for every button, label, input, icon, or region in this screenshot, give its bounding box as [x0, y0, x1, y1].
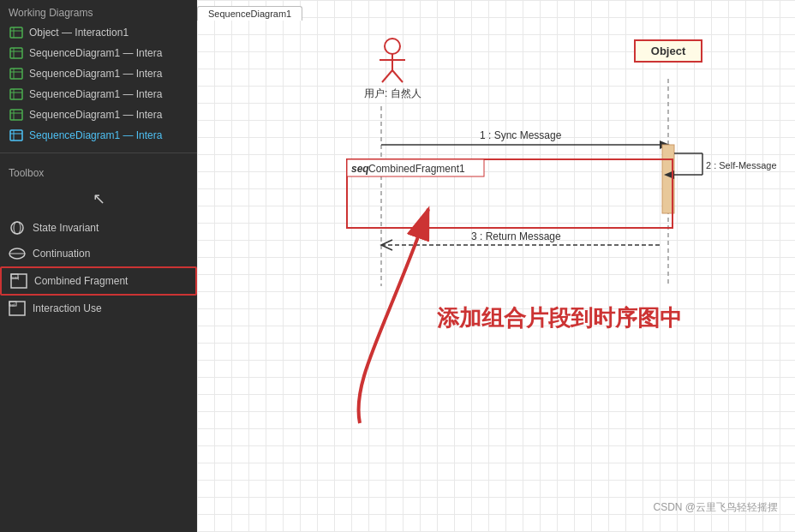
- actor-svg: [375, 38, 409, 85]
- svg-marker-36: [660, 140, 670, 149]
- svg-point-18: [11, 222, 23, 234]
- svg-rect-38: [662, 145, 674, 213]
- tab-bar: SequenceDiagram1: [197, 0, 302, 21]
- cursor-icon: ↖: [93, 189, 105, 208]
- annotation-text: 添加组合片段到时序图中: [437, 303, 682, 333]
- svg-marker-42: [664, 170, 674, 179]
- svg-text:2 : Self-Message: 2 : Self-Message: [706, 160, 777, 170]
- diagram-icon-seq3: [9, 88, 24, 100]
- svg-text:1 : Sync Message: 1 : Sync Message: [480, 129, 562, 141]
- diagram-item-seq3-label: SequenceDiagram1 — Intera: [29, 88, 162, 100]
- diagram-item-seq2-label: SequenceDiagram1 — Intera: [29, 68, 162, 80]
- working-diagrams-title: Working Diagrams: [0, 0, 197, 22]
- diagram-item-seq4-label: SequenceDiagram1 — Intera: [29, 109, 162, 121]
- svg-rect-44: [347, 159, 672, 228]
- svg-rect-15: [10, 130, 22, 140]
- diagram-item-seq2[interactable]: SequenceDiagram1 — Intera: [0, 63, 197, 84]
- actor-person: 用户: 自然人: [364, 38, 421, 101]
- svg-rect-6: [10, 69, 22, 79]
- svg-rect-3: [10, 48, 22, 58]
- combined-fragment-label: Combined Fragment: [34, 275, 128, 287]
- canvas-tab[interactable]: SequenceDiagram1: [197, 6, 302, 21]
- diagram-icon-seq4: [9, 109, 24, 121]
- svg-rect-0: [10, 27, 22, 38]
- diagram-item-seq1-label: SequenceDiagram1 — Intera: [29, 47, 162, 59]
- toolbox-combined-fragment[interactable]: seq Combined Fragment: [0, 266, 197, 296]
- watermark: CSDN @云里飞鸟轻轻摇摆: [653, 500, 778, 515]
- diagram-item-seq1[interactable]: SequenceDiagram1 — Intera: [0, 43, 197, 63]
- diagram-list: Object — Interaction1 SequenceDiagram1 —…: [0, 22, 197, 146]
- toolbox-title: Toolbox: [0, 160, 197, 182]
- svg-text:CombinedFragment1: CombinedFragment1: [368, 163, 465, 175]
- uml-container: 用户: 自然人 Object 1 : Sync Message: [197, 21, 795, 532]
- svg-text:ref: ref: [10, 303, 15, 308]
- actor-label: 用户: 自然人: [364, 87, 421, 101]
- left-panel: Working Diagrams Object — Interaction1: [0, 0, 197, 532]
- diagram-item-seq5[interactable]: SequenceDiagram1 — Intera: [0, 125, 197, 146]
- lifelines-svg: 1 : Sync Message 2 : Self-Message seq Co…: [197, 21, 795, 532]
- diagram-item-object[interactable]: Object — Interaction1: [0, 22, 197, 43]
- continuation-icon: [9, 245, 26, 262]
- toolbox-section: State Invariant Continuation seq Combine…: [0, 215, 197, 532]
- diagram-item-seq5-label: SequenceDiagram1 — Intera: [29, 129, 162, 141]
- svg-rect-12: [10, 110, 22, 120]
- svg-point-19: [14, 222, 21, 234]
- svg-line-32: [392, 70, 403, 82]
- diagram-item-seq3[interactable]: SequenceDiagram1 — Intera: [0, 84, 197, 105]
- object-label: Object: [651, 45, 685, 57]
- svg-text:3 : Return Message: 3 : Return Message: [471, 230, 561, 242]
- diagram-icon-seq2: [9, 68, 24, 80]
- interaction-use-label: Interaction Use: [33, 302, 102, 314]
- diagram-icon-seq5: [9, 129, 24, 141]
- state-invariant-label: State Invariant: [33, 222, 99, 234]
- continuation-label: Continuation: [33, 248, 90, 260]
- interaction-use-icon: ref: [9, 300, 26, 317]
- state-invariant-icon: [9, 219, 26, 236]
- diagram-item-seq4[interactable]: SequenceDiagram1 — Intera: [0, 105, 197, 125]
- toolbox-cursor-area: ↖: [0, 182, 197, 215]
- toolbox-state-invariant[interactable]: State Invariant: [0, 215, 197, 241]
- combined-fragment-icon: seq: [10, 272, 27, 290]
- canvas-area: SequenceDiagram1 用户: 自然人 Object: [197, 0, 795, 532]
- svg-text:seq: seq: [351, 163, 369, 175]
- object-box: Object: [634, 39, 702, 63]
- toolbox-continuation[interactable]: Continuation: [0, 241, 197, 266]
- svg-rect-9: [10, 89, 22, 99]
- toolbox-interaction-use[interactable]: ref Interaction Use: [0, 296, 197, 321]
- diagram-item-object-label: Object — Interaction1: [29, 27, 129, 39]
- diagram-icon-seq1: [9, 47, 24, 59]
- svg-rect-45: [347, 159, 484, 176]
- toolbox-separator: [0, 152, 197, 153]
- diagram-icon-object: [9, 27, 24, 39]
- svg-line-31: [382, 70, 392, 82]
- svg-point-28: [385, 39, 400, 54]
- svg-text:seq: seq: [12, 275, 19, 280]
